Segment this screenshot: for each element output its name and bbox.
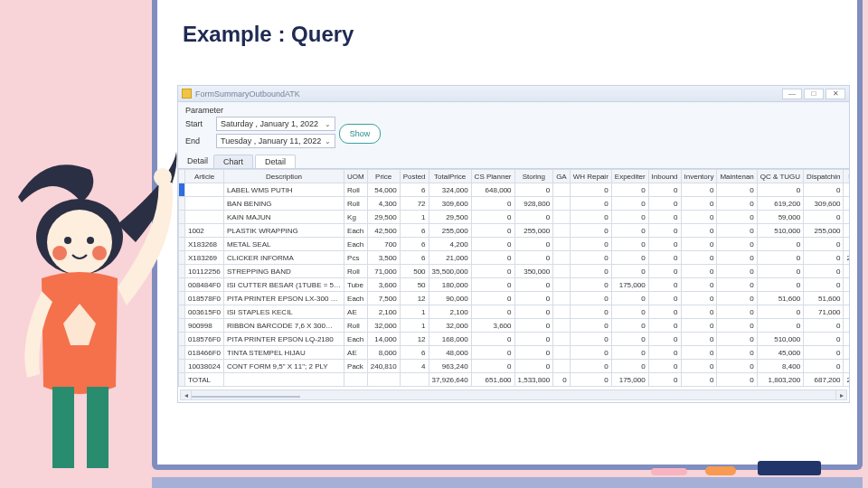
table-row[interactable]: 900998RIBBON BARCODE 7,6 X 300…Roll32,00…: [179, 319, 850, 333]
svg-rect-6: [52, 387, 74, 468]
board-shelf: [152, 477, 863, 488]
parameter-group: Parameter Start Saturday , January 1, 20…: [178, 102, 849, 153]
table-row[interactable]: 018466F0TINTA STEMPEL HIJAUAE8,000648,00…: [179, 346, 850, 360]
tab-chart[interactable]: Chart: [213, 155, 253, 168]
column-header[interactable]: Article: [185, 170, 224, 183]
table-row[interactable]: 003615F0ISI STAPLES KECILAE2,10012,10000…: [179, 305, 850, 319]
end-date-picker[interactable]: Tuesday , January 11, 2022 ⌄: [216, 134, 335, 148]
scroll-left-icon[interactable]: ◂: [181, 390, 192, 399]
column-header[interactable]: Inbound: [648, 170, 681, 183]
end-date-value: Tuesday , January 11, 2022: [221, 136, 321, 145]
table-row[interactable]: LABEL WMS PUTIHRoll54,0006324,000648,000…: [179, 183, 850, 197]
column-header[interactable]: Storing: [514, 170, 553, 183]
scroll-thumb[interactable]: [192, 396, 300, 398]
start-label: Start: [185, 119, 211, 128]
tabstrip: Detail Chart Detail: [178, 153, 849, 169]
data-grid[interactable]: ArticleDescriptionUOMPricePostedTotalPri…: [178, 169, 849, 402]
table-row[interactable]: KAIN MAJUNKg29,500129,500000000059,0000: [179, 211, 850, 224]
window-title: FormSummaryOutboundATK: [195, 89, 300, 99]
column-header[interactable]: GA: [553, 170, 571, 183]
maximize-button[interactable]: □: [804, 89, 824, 99]
horizontal-scrollbar[interactable]: ◂ ▸: [180, 389, 847, 400]
svg-point-4: [52, 246, 67, 260]
column-header[interactable]: Price: [367, 170, 400, 183]
pink-marker: [651, 468, 687, 475]
svg-point-3: [87, 237, 94, 244]
column-header[interactable]: Posted: [400, 170, 429, 183]
orange-marker: [705, 466, 736, 475]
chevron-down-icon: ⌄: [325, 137, 331, 145]
show-button[interactable]: Show: [339, 124, 381, 144]
start-date-value: Saturday , January 1, 2022: [221, 119, 318, 128]
column-header[interactable]: Maintenan: [717, 170, 757, 183]
column-header[interactable]: Description: [224, 170, 344, 183]
table-row[interactable]: 10112256STREPPING BANDRoll71,00050035,50…: [179, 265, 850, 278]
table-row[interactable]: 10038024CONT FORM 9,5" X 11"; 2 PLYPack2…: [179, 360, 850, 373]
svg-rect-7: [87, 387, 108, 468]
minimize-button[interactable]: —: [782, 89, 802, 99]
svg-point-5: [92, 246, 107, 260]
column-header[interactable]: UOM: [344, 170, 368, 183]
titlebar[interactable]: FormSummaryOutboundATK — □ ✕: [178, 86, 849, 102]
scroll-right-icon[interactable]: ▸: [835, 390, 846, 399]
table-row[interactable]: 1002PLASTIK WRAPPINGEach42,5006255,00002…: [179, 224, 850, 238]
chevron-down-icon: ⌄: [325, 120, 331, 128]
table-row[interactable]: 018578F0PITA PRINTER EPSON LX-300 …Each7…: [179, 292, 850, 305]
table-row[interactable]: BAN BENINGRoll4,30072309,6000928,8000000…: [179, 197, 850, 211]
column-header[interactable]: Expediter: [611, 170, 648, 183]
column-header[interactable]: CS Planner: [471, 170, 514, 183]
whiteboard-frame: Example : Query FormSummaryOutboundATK —…: [152, 0, 863, 470]
slide-title: Example : Query: [183, 22, 354, 47]
column-header[interactable]: LP: [844, 170, 849, 183]
svg-point-0: [36, 199, 123, 275]
svg-point-2: [64, 237, 71, 244]
close-button[interactable]: ✕: [826, 89, 845, 99]
column-header[interactable]: Dispatchin: [804, 170, 844, 183]
start-date-picker[interactable]: Saturday , January 1, 2022 ⌄: [216, 117, 335, 131]
total-row: TOTAL37,926,640651,6001,533,80000175,000…: [179, 373, 850, 387]
table-row[interactable]: X183269CLICKER INFORMAPcs3,500621,000000…: [179, 251, 850, 265]
column-header[interactable]: QC & TUGU: [757, 170, 803, 183]
column-header[interactable]: TotalPrice: [429, 170, 471, 183]
column-header[interactable]: WH Repair: [570, 170, 611, 183]
svg-point-1: [47, 210, 112, 275]
mode-label: Detail: [182, 156, 213, 165]
end-label: End: [185, 136, 211, 145]
app-icon: [182, 89, 192, 99]
table-row[interactable]: 018576F0PITA PRINTER EPSON LQ-2180Each14…: [179, 333, 850, 346]
column-header[interactable]: Inventory: [681, 170, 717, 183]
table-row[interactable]: X183268METAL SEALEach70064,2000000000002…: [179, 238, 850, 251]
tab-detail[interactable]: Detail: [255, 155, 296, 168]
parameter-label: Parameter: [185, 106, 842, 115]
app-window: FormSummaryOutboundATK — □ ✕ Parameter S…: [177, 85, 850, 403]
whiteboard: Example : Query FormSummaryOutboundATK —…: [157, 0, 857, 465]
table-row[interactable]: 008484F0ISI CUTTER BESAR (1TUBE = 5…Tube…: [179, 278, 850, 292]
eraser: [758, 461, 821, 475]
